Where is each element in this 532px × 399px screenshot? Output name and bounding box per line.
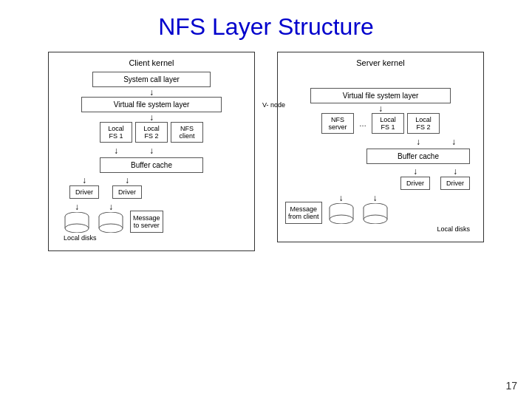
server-vfs-layer: Virtual file system layer (310, 88, 451, 103)
page-number: 17 (505, 380, 517, 392)
local-fs2: Local FS 2 (135, 122, 168, 143)
client-disk-group: ↓ ↓ (64, 202, 124, 233)
arrow2: ↓ (56, 114, 247, 121)
nfs-client: NFS client (171, 122, 203, 143)
client-driver-row: ↓ Driver ↓ Driver (69, 175, 247, 199)
disk1-icon (64, 212, 90, 233)
fs-row: Local FS 1 Local FS 2 NFS client (56, 122, 247, 143)
syscall-layer: System call layer (92, 72, 211, 87)
client-disk-label: Local disks (64, 234, 247, 242)
server-spacer (285, 72, 476, 88)
sarrow2a: ↓ (402, 137, 434, 147)
svg-point-14 (330, 215, 353, 224)
server-kernel-box: Server kernel Virtual file system layer … (277, 52, 484, 242)
sarrow4a: ↓ (339, 193, 344, 203)
title: NFS Layer Structure (0, 0, 532, 48)
arrow1: ↓ (56, 89, 247, 96)
arrow5a: ↓ (75, 202, 79, 212)
server-dots: … (357, 113, 369, 134)
client-message-box: Message to server (130, 211, 163, 233)
arrow4b: ↓ (112, 175, 142, 185)
server-kernel-label: Server kernel (285, 58, 476, 67)
server-driver-row: ↓ Driver ↓ Driver (285, 166, 470, 190)
arrow3a: ↓ (100, 146, 132, 156)
server-buffer-cache: Buffer cache (366, 149, 470, 164)
sarrow3a: ↓ (400, 166, 430, 177)
server-driver1: Driver (400, 177, 430, 190)
server-disk1-icon (328, 203, 355, 224)
client-vfs-layer: Virtual file system layer (81, 97, 222, 112)
client-buffer-cache: Buffer cache (100, 157, 203, 173)
server-driver2: Driver (440, 177, 470, 190)
server-disk-label: Local disks (285, 225, 470, 233)
svg-point-19 (364, 215, 387, 224)
server-nfs-server: NFS server (321, 113, 354, 134)
server-local-fs2: Local FS 2 (407, 113, 440, 134)
server-arrow1: ↓ (285, 105, 476, 112)
sarrow2b: ↓ (437, 137, 470, 147)
server-disk2-icon (362, 203, 389, 224)
svg-point-9 (99, 224, 123, 233)
client-driver2: Driver (112, 185, 142, 199)
sarrow3b: ↓ (440, 166, 470, 177)
server-message-box: Message from client (285, 202, 322, 224)
sarrow4b: ↓ (373, 193, 378, 203)
server-fs-row: NFS server … Local FS 1 Local FS 2 (285, 113, 476, 134)
client-driver1: Driver (69, 185, 99, 199)
client-kernel-box: Client kernel System call layer ↓ Virtua… (48, 52, 255, 251)
svg-point-4 (65, 224, 89, 233)
arrow3c-placeholder (171, 146, 203, 156)
local-fs1: Local FS 1 (100, 122, 132, 143)
disk2-icon (98, 212, 124, 233)
client-kernel-label: Client kernel (56, 58, 247, 67)
server-local-fs1: Local FS 1 (372, 113, 404, 134)
server-disk-group: ↓ ↓ (328, 193, 389, 224)
arrow5b: ↓ (109, 202, 113, 212)
arrow4a: ↓ (69, 175, 99, 185)
arrow3b: ↓ (135, 146, 168, 156)
